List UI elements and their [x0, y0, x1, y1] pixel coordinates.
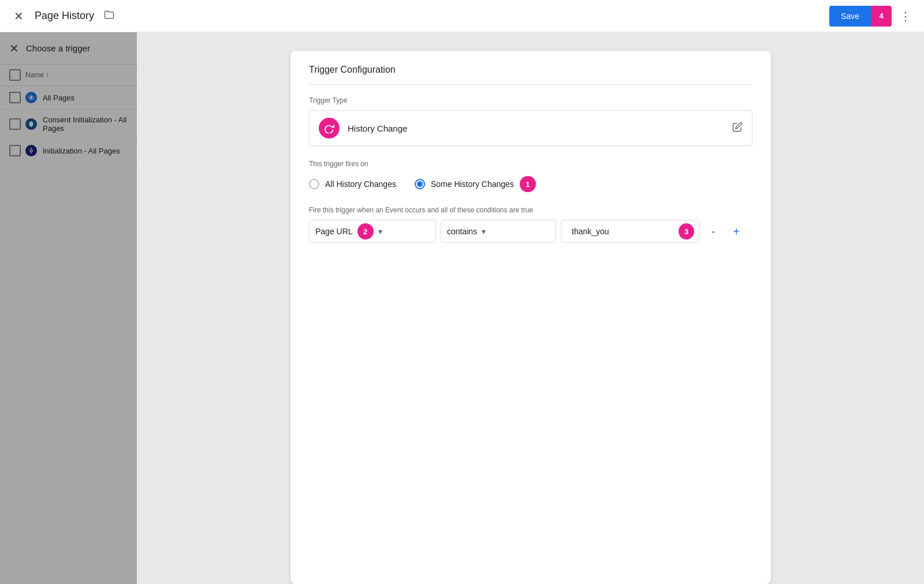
trigger-card: Trigger Configuration Trigger Type Histo…: [290, 51, 771, 584]
more-options-icon[interactable]: ⋮: [896, 7, 915, 25]
edit-icon[interactable]: [732, 122, 743, 135]
right-panel: Trigger Configuration Trigger Type Histo…: [137, 32, 924, 584]
contains-chevron-icon: ▾: [482, 227, 486, 236]
contains-select[interactable]: contains ▾: [441, 220, 556, 243]
trigger-type-left: History Change: [319, 118, 407, 138]
main-area: ✕ Choose a trigger Name ↑ All Pages: [0, 32, 924, 584]
fires-on-label: This trigger fires on: [309, 160, 752, 168]
trigger-type-label: Trigger Type: [309, 96, 752, 104]
condition-value-input[interactable]: [566, 220, 679, 243]
trigger-type-box[interactable]: History Change: [309, 110, 752, 146]
page-url-chevron-icon: ▾: [378, 227, 382, 236]
save-badge[interactable]: 4: [871, 6, 892, 27]
folder-icon[interactable]: [103, 9, 115, 23]
badge-1: 1: [520, 176, 536, 192]
card-title: Trigger Configuration: [309, 65, 752, 85]
radio-some-history-circle[interactable]: [415, 179, 425, 189]
header-left: ✕ Page History: [9, 7, 115, 25]
condition-label: Fire this trigger when an Event occurs a…: [309, 206, 752, 214]
header: ✕ Page History Save 4 ⋮: [0, 0, 924, 32]
badge-3: 3: [679, 223, 694, 239]
page-url-label: Page URL: [315, 227, 353, 236]
page-url-select[interactable]: Page URL 2 ▾: [309, 220, 436, 243]
remove-condition-button[interactable]: -: [704, 222, 722, 241]
header-actions: Save 4 ⋮: [829, 6, 915, 27]
sidebar: ✕ Choose a trigger Name ↑ All Pages: [0, 32, 137, 584]
page-title: Page History: [35, 10, 94, 22]
contains-label: contains: [447, 227, 477, 236]
radio-all-history[interactable]: All History Changes: [309, 179, 396, 189]
radio-group: All History Changes Some History Changes…: [309, 176, 752, 192]
sidebar-overlay: [0, 32, 137, 584]
radio-all-history-circle[interactable]: [309, 179, 319, 189]
save-button[interactable]: Save: [829, 6, 871, 27]
radio-all-history-label: All History Changes: [325, 179, 396, 189]
trigger-type-name: History Change: [348, 123, 407, 133]
radio-some-history[interactable]: Some History Changes 1: [415, 176, 536, 192]
badge-2: 2: [357, 223, 374, 239]
add-condition-button[interactable]: +: [727, 222, 746, 241]
radio-some-history-label: Some History Changes: [431, 179, 514, 189]
history-change-icon: [319, 118, 340, 138]
close-icon[interactable]: ✕: [9, 7, 28, 25]
condition-row: Page URL 2 ▾ contains ▾ 3 - +: [309, 220, 752, 243]
